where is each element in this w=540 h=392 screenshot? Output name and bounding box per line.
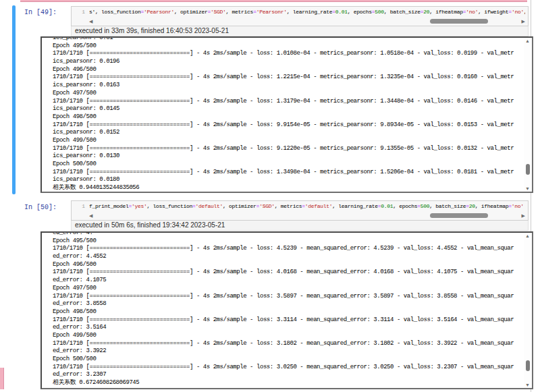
scroll-down-icon[interactable]: ▼ [525,186,530,191]
output-text: ed_error: 4.Epoch 495/5001710/1710 [====… [53,231,523,387]
execute-time-badge: executed in 33m 39s, finished 16:40:53 2… [71,26,529,36]
vscrollbar-thumb[interactable] [526,360,530,371]
hscrollbar-thumb[interactable] [430,213,488,218]
code-line[interactable]: s', loss_function='Pearsonr', optimizer=… [89,9,525,17]
scroll-left-icon[interactable]: ◀ [89,213,92,219]
code-hscrollbar[interactable]: ◀ ▶ [88,212,526,219]
line-number: 1 [72,7,88,16]
input-prompt: In [49]: [24,9,57,16]
scroll-down-icon[interactable]: ▼ [525,383,530,387]
code-hscrollbar[interactable]: ◀ ▶ [88,18,526,25]
scroll-right-icon[interactable]: ▶ [522,213,525,219]
scroll-up-icon[interactable]: ▲ [525,233,530,238]
code-input-area[interactable]: 1 f_print_model='yes', loss_function='de… [71,200,529,221]
code-line[interactable]: f_print_model='yes', loss_function='defa… [89,203,525,211]
hscrollbar-thumb[interactable] [430,19,488,24]
scroll-up-icon[interactable]: ▲ [525,38,530,43]
scroll-right-icon[interactable]: ▶ [522,18,525,24]
output-area[interactable]: ics_pearsonr: 0.01Epoch 495/5001710/1710… [40,36,533,193]
output-text: ics_pearsonr: 0.01Epoch 495/5001710/1710… [53,36,523,192]
code-input-area[interactable]: 1 s', loss_function='Pearsonr', optimize… [71,6,529,26]
clipped-figure-bottom-left [0,368,4,389]
output-area[interactable]: ed_error: 4.Epoch 495/5001710/1710 [====… [40,231,533,389]
scroll-left-icon[interactable]: ◀ [89,18,92,24]
clipped-figure-top [20,0,527,2]
output-vscrollbar[interactable]: ▲ ▼ [524,38,532,192]
input-prompt: In [50]: [24,204,57,211]
vscrollbar-thumb[interactable] [526,164,530,175]
line-number: 1 [72,201,88,211]
output-vscrollbar[interactable]: ▲ ▼ [524,233,532,388]
selected-cell-indicator [12,5,16,194]
execute-time-badge: executed in 50m 6s, finished 19:34:42 20… [71,221,529,231]
